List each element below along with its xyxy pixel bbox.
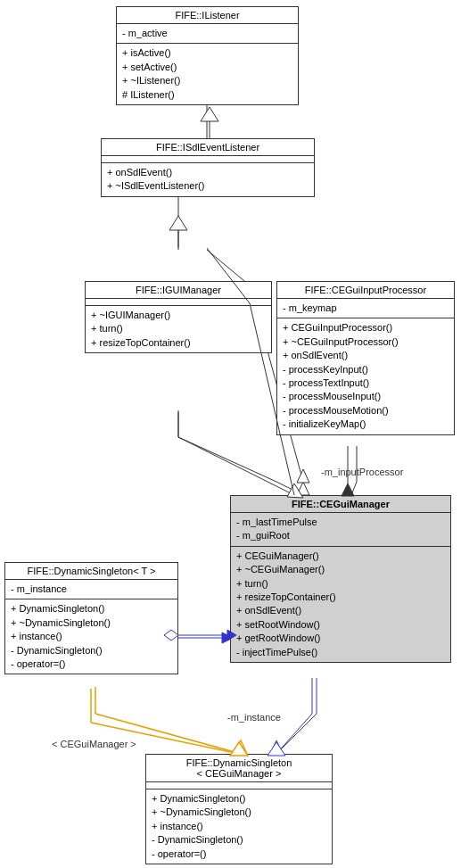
svg-marker-20 [270, 740, 283, 754]
dynamicsingleton-ceguimanager-title: FIFE::DynamicSingleton < CEGuiManager > [146, 755, 332, 782]
ceguimanager-box: FIFE::CEGuiManager - m_lastTimePulse - m… [230, 495, 451, 663]
ceguiinputprocessor-methods: + CEGuiInputProcessor() + ~CEGuiInputPro… [277, 318, 454, 434]
svg-line-39 [276, 714, 317, 754]
iguimanager-title: FIFE::IGUIManager [86, 282, 271, 299]
svg-marker-25 [201, 107, 218, 121]
isdleventlistener-title: FIFE::ISdlEventListener [102, 139, 314, 156]
isdleventlistener-methods: + onSdlEvent() + ~ISdlEventListener() [102, 163, 314, 196]
svg-line-29 [178, 437, 294, 495]
ilistener-methods: + isActive() + setActive() + ~IListener(… [117, 44, 298, 104]
dynamicsingleton-t-box: FIFE::DynamicSingleton< T > - m_instance… [4, 562, 178, 674]
iguimanager-methods: + ~IGUIManager() + turn() + resizeTopCon… [86, 306, 271, 352]
svg-marker-17 [235, 740, 247, 754]
svg-line-8 [276, 482, 303, 495]
svg-line-7 [178, 437, 276, 482]
ilistener-title: FIFE::IListener [117, 7, 298, 24]
svg-line-10 [207, 250, 250, 285]
iguimanager-fields [86, 299, 271, 306]
isdleventlistener-box: FIFE::ISdlEventListener + onSdlEvent() +… [101, 138, 315, 197]
ceguimanager-label: < CEGuiManager > [52, 739, 136, 749]
ilistener-box: FIFE::IListener - m_active + isActive() … [116, 6, 299, 105]
svg-marker-34 [342, 484, 354, 496]
ceguimanager-methods: + CEGuiManager() + ~CEGuiManager() + tur… [231, 547, 450, 662]
svg-line-19 [276, 714, 312, 754]
svg-marker-12 [297, 469, 309, 483]
dynamicsingleton-t-title: FIFE::DynamicSingleton< T > [5, 563, 177, 580]
ceguimanager-fields: - m_lastTimePulse - m_guiRoot [231, 513, 450, 547]
ceguimanager-title: FIFE::CEGuiManager [231, 496, 450, 513]
dynamicsingleton-t-fields: - m_instance [5, 580, 177, 599]
m-inputprocessor-label: -m_inputProcessor [321, 467, 403, 477]
ceguiinputprocessor-title: FIFE::CEGuiInputProcessor [277, 282, 454, 299]
dynamicsingleton-ceguimanager-box: FIFE::DynamicSingleton < CEGuiManager > … [145, 754, 333, 864]
svg-marker-9 [297, 482, 309, 495]
uml-diagram: FIFE::IListener - m_active + isActive() … [0, 0, 461, 868]
ceguiinputprocessor-fields: - m_keymap [277, 299, 454, 318]
ceguiinputprocessor-box: FIFE::CEGuiInputProcessor - m_keymap + C… [276, 281, 455, 435]
m-instance-label: -m_instance [227, 712, 281, 723]
ilistener-fields: - m_active [117, 24, 298, 44]
svg-marker-27 [169, 216, 187, 230]
iguimanager-box: FIFE::IGUIManager + ~IGUIManager() + tur… [85, 281, 272, 353]
dynamicsingleton-t-methods: + DynamicSingleton() + ~DynamicSingleton… [5, 599, 177, 674]
dynamicsingleton-ceguimanager-methods: + DynamicSingleton() + ~DynamicSingleton… [146, 789, 332, 864]
dynamicsingleton-ceguimanager-fields [146, 782, 332, 789]
isdleventlistener-fields [102, 156, 314, 163]
